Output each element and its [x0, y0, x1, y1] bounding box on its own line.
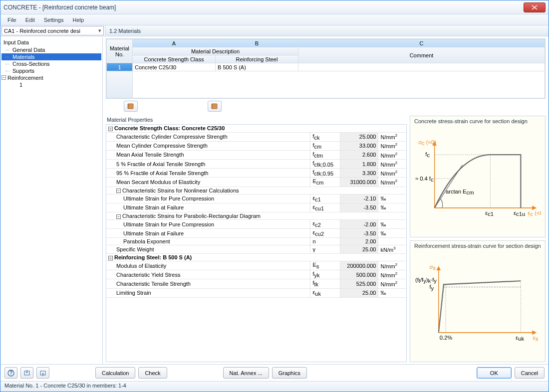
export-button[interactable] [36, 367, 49, 379]
col-reinforcing-steel: Reinforcing Steel [216, 55, 298, 63]
svg-text:fy: fy [429, 284, 434, 291]
calculation-button[interactable]: Calculation [95, 367, 135, 379]
steel-library-button[interactable] [208, 101, 222, 112]
svg-text:εuk: εuk [516, 335, 524, 342]
nav-tree: Input Data General Data Materials Cross-… [0, 36, 103, 364]
svg-text:σc (<0): σc (<0) [418, 139, 436, 146]
nav-general-data[interactable]: General Data [1, 46, 101, 53]
cell-concrete[interactable]: Concrete C25/30 [133, 63, 216, 71]
load-case-combo[interactable]: CA1 - Reinforced concrete desi [1, 26, 104, 35]
materials-grid-area: MaterialNo. A B C Material Description C… [103, 36, 549, 116]
col-material-desc: Material Description [133, 47, 298, 55]
check-button[interactable]: Check [138, 367, 167, 379]
menu-help[interactable]: Help [68, 16, 88, 24]
nat-annex-button[interactable]: Nat. Annex ... [223, 367, 269, 379]
charts-column: Concrete stress-strain curve for section… [410, 116, 546, 362]
nav-reinforcement-1[interactable]: 1 [1, 81, 101, 88]
import-button[interactable] [20, 367, 33, 379]
svg-text:(ft/fy)k·fy: (ft/fy)k·fy [415, 277, 437, 284]
book-icon [211, 103, 218, 110]
col-comment: Comment [298, 47, 545, 63]
status-bar: Material No. 1 - Concrete C25/30 in memb… [0, 382, 549, 392]
concrete-curve-chart: Concrete stress-strain curve for section… [410, 116, 546, 237]
nav-reinforcement[interactable]: −Reinforcement [1, 74, 101, 81]
menu-settings[interactable]: Settings [40, 16, 68, 24]
collapse-icon[interactable]: − [1, 75, 6, 80]
steel-chart-title: Reinforcement stress-strain curve for se… [410, 241, 545, 250]
export-icon [39, 370, 46, 377]
col-a: A [133, 39, 216, 47]
nav-materials[interactable]: Materials [1, 53, 101, 60]
titlebar: CONCRETE - [Reinforced concrete beam] [0, 0, 549, 14]
material-properties-panel: Material Properties −Concrete Strength C… [106, 116, 407, 362]
book-icon [127, 103, 134, 110]
table-row[interactable]: 1 Concrete C25/30 B 500 S (A) [107, 63, 545, 71]
content-area: MaterialNo. A B C Material Description C… [103, 36, 549, 364]
svg-text:?: ? [9, 370, 13, 376]
cancel-button[interactable]: Cancel [515, 367, 545, 379]
steel-curve-chart: Reinforcement stress-strain curve for se… [410, 240, 546, 362]
col-concrete-class: Concrete Strength Class [133, 55, 216, 63]
toolbar-row: CA1 - Reinforced concrete desi 1.2 Mater… [0, 25, 549, 36]
svg-text:εs: εs [533, 335, 539, 342]
concrete-chart-svg: σc (<0) εc (<0) fc ≈ 0.4 fc arctan Ecm ε… [414, 126, 541, 234]
menubar: File Edit Settings Help [0, 14, 549, 25]
steel-chart-svg: σs εs (ft/fy)k·fy fy 0.2% εuk [414, 251, 541, 359]
help-icon: ? [7, 370, 14, 377]
col-c: C [298, 39, 545, 47]
nav-supports[interactable]: Supports [1, 67, 101, 74]
section-header: 1.2 Materials [105, 25, 549, 36]
collapse-icon[interactable]: − [108, 127, 113, 131]
menu-edit[interactable]: Edit [21, 16, 39, 24]
menu-file[interactable]: File [3, 16, 20, 24]
ok-button[interactable]: OK [477, 367, 512, 379]
cell-comment[interactable] [298, 63, 545, 71]
combo-value: CA1 - Reinforced concrete desi [4, 28, 80, 34]
help-button[interactable]: ? [4, 367, 17, 379]
svg-line-2 [435, 165, 463, 208]
svg-text:σs: σs [429, 264, 436, 271]
material-properties-table: −Concrete Strength Class: Concrete C25/3… [106, 125, 406, 298]
lower-panels: Material Properties −Concrete Strength C… [103, 116, 549, 364]
svg-text:εc (<0): εc (<0) [528, 210, 541, 217]
collapse-icon[interactable]: − [116, 189, 121, 193]
concrete-library-button[interactable] [124, 101, 138, 112]
footer-buttons: ? Calculation Check Nat. Annex ... Graph… [0, 365, 549, 382]
graphics-button[interactable]: Graphics [272, 367, 307, 379]
svg-text:εc1: εc1 [485, 210, 494, 217]
svg-text:εc1u: εc1u [514, 210, 525, 217]
concrete-chart-title: Concrete stress-strain curve for section… [410, 116, 545, 125]
window-title: CONCRETE - [Reinforced concrete beam] [3, 4, 524, 11]
svg-text:fc: fc [425, 151, 430, 158]
collapse-icon[interactable]: − [116, 214, 121, 219]
collapse-icon[interactable]: − [108, 256, 113, 260]
svg-text:arctan Ecm: arctan Ecm [446, 189, 474, 196]
svg-text:0.2%: 0.2% [440, 335, 453, 341]
cell-steel[interactable]: B 500 S (A) [216, 63, 298, 71]
close-icon [532, 5, 538, 10]
material-properties-title: Material Properties [106, 116, 407, 124]
close-button[interactable] [524, 2, 546, 12]
materials-grid[interactable]: MaterialNo. A B C Material Description C… [106, 39, 545, 98]
row-number: 1 [107, 63, 133, 71]
nav-root[interactable]: Input Data [1, 38, 101, 46]
col-b: B [216, 39, 298, 47]
col-material-no: MaterialNo. [107, 39, 133, 63]
svg-text:≈ 0.4 fc: ≈ 0.4 fc [415, 176, 434, 183]
main-area: Input Data General Data Materials Cross-… [0, 36, 549, 365]
nav-cross-sections[interactable]: Cross-Sections [1, 60, 101, 67]
import-icon [23, 370, 30, 377]
